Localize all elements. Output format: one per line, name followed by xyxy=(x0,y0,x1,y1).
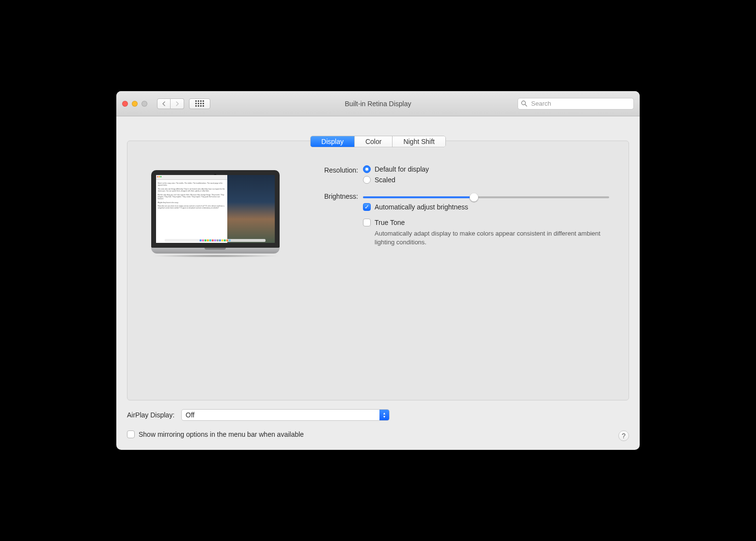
settings-pane: Here's to the crazy ones. The misfits. T… xyxy=(127,141,629,400)
airplay-row: AirPlay Display: Off ▲▼ xyxy=(127,409,629,421)
search-input[interactable] xyxy=(530,99,630,108)
titlebar: Built-in Retina Display xyxy=(116,91,640,116)
svg-line-1 xyxy=(525,105,527,107)
radio-icon xyxy=(363,165,371,173)
chevron-left-icon xyxy=(162,101,166,106)
traffic-lights xyxy=(122,101,147,107)
tab-display[interactable]: Display xyxy=(311,136,354,147)
airplay-label: AirPlay Display: xyxy=(127,411,174,419)
checkbox-label: Automatically adjust brightness xyxy=(375,203,468,211)
select-arrows-icon: ▲▼ xyxy=(379,410,389,420)
tab-segmented-control: Display Color Night Shift xyxy=(310,136,446,147)
airplay-select[interactable]: Off ▲▼ xyxy=(181,409,390,421)
slider-thumb[interactable] xyxy=(470,193,478,202)
device-illustration: Here's to the crazy ones. The misfits. T… xyxy=(145,165,285,382)
resolution-scaled-radio[interactable]: Scaled xyxy=(363,176,611,184)
resolution-default-radio[interactable]: Default for display xyxy=(363,165,611,173)
help-icon: ? xyxy=(622,432,626,440)
checkbox-icon xyxy=(127,430,135,438)
resolution-row: Resolution: Default for display Scaled xyxy=(305,165,611,187)
show-all-button[interactable] xyxy=(189,98,210,109)
true-tone-checkbox[interactable]: True Tone xyxy=(363,219,611,226)
brightness-row: Brightness: ✓ Automatically adjust brigh… xyxy=(305,191,611,246)
checkbox-label: Show mirroring options in the menu bar w… xyxy=(139,430,304,438)
nav-buttons xyxy=(157,98,184,109)
close-window-button[interactable] xyxy=(122,101,128,107)
auto-brightness-checkbox[interactable]: ✓ Automatically adjust brightness xyxy=(363,203,611,211)
mirroring-row: Show mirroring options in the menu bar w… xyxy=(127,430,629,441)
select-value: Off xyxy=(182,411,379,419)
brightness-label: Brightness: xyxy=(305,191,363,200)
checkbox-icon: ✓ xyxy=(363,203,371,211)
search-field[interactable] xyxy=(518,98,634,110)
chevron-right-icon xyxy=(175,101,179,106)
checkbox-label: True Tone xyxy=(375,219,405,226)
grid-icon xyxy=(195,100,204,107)
tab-night-shift[interactable]: Night Shift xyxy=(392,136,445,147)
search-icon xyxy=(521,100,527,107)
back-button[interactable] xyxy=(157,98,171,109)
radio-icon xyxy=(363,176,371,184)
radio-label: Default for display xyxy=(375,165,429,173)
tab-color[interactable]: Color xyxy=(354,136,392,147)
checkbox-icon xyxy=(363,219,371,226)
resolution-label: Resolution: xyxy=(305,165,363,174)
preferences-window: Built-in Retina Display Display Color Ni… xyxy=(116,91,640,450)
brightness-slider[interactable] xyxy=(363,196,609,198)
help-button[interactable]: ? xyxy=(618,430,629,441)
true-tone-description: Automatically adapt display to make colo… xyxy=(375,229,611,246)
mirroring-checkbox[interactable]: Show mirroring options in the menu bar w… xyxy=(127,430,304,438)
window-body: Display Color Night Shift Here's to the … xyxy=(116,116,640,450)
minimize-window-button[interactable] xyxy=(132,101,138,107)
zoom-window-button[interactable] xyxy=(142,101,147,107)
forward-button[interactable] xyxy=(171,98,184,109)
radio-label: Scaled xyxy=(375,176,395,184)
settings-column: Resolution: Default for display Scaled xyxy=(305,165,611,382)
